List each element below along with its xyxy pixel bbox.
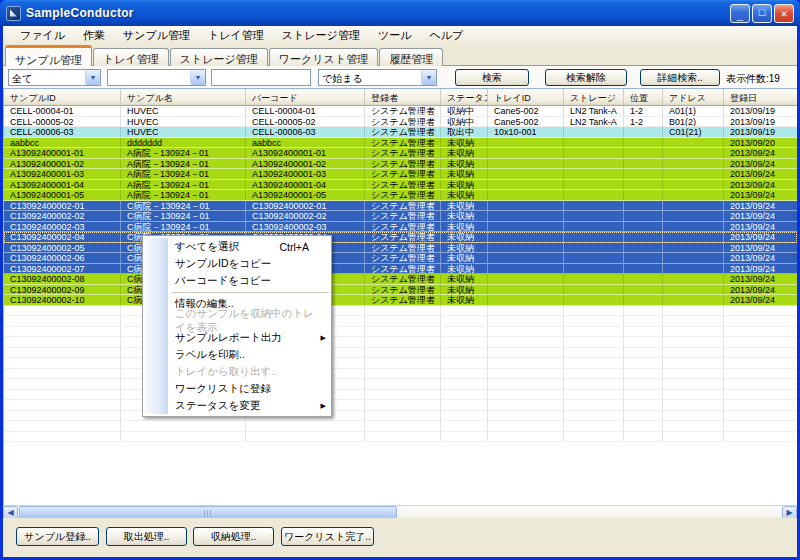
tab-storage-mgmt[interactable]: ストレージ管理 <box>170 48 268 66</box>
tab-tray-mgmt[interactable]: トレイ管理 <box>93 48 169 66</box>
filter-field-combobox[interactable]: 全て ▼ <box>8 69 101 86</box>
tab-worklist-mgmt[interactable]: ワークリスト管理 <box>269 48 378 66</box>
table-cell <box>441 400 488 410</box>
column-header-9[interactable]: 登録日 <box>724 89 797 105</box>
table-row[interactable]: CELL-00004-01HUVECCELL-00004-01システム管理者収納… <box>4 106 797 117</box>
table-row[interactable]: CELL-00005-02HUVECCELL-00005-02システム管理者収納… <box>4 117 797 128</box>
menu-sample-mgmt[interactable]: サンプル管理 <box>114 26 199 45</box>
column-header-8[interactable]: アドレス <box>663 89 724 105</box>
table-cell <box>663 358 724 368</box>
table-row[interactable]: C13092400002-10C病院－130924－01C13092400002… <box>4 295 797 306</box>
menu-bar: ファイル作業サンプル管理トレイ管理ストレージ管理ツールヘルプ <box>3 26 797 45</box>
table-row[interactable]: A13092400001-02A病院－130924－01A13092400001… <box>4 159 797 170</box>
table-cell <box>564 337 624 347</box>
table-cell <box>663 411 724 421</box>
table-row[interactable]: A13092400001-03A病院－130924－01A13092400001… <box>4 169 797 180</box>
context-menu-item-print-label[interactable]: ラベルを印刷.. <box>143 346 331 363</box>
column-header-7[interactable]: 位置 <box>624 89 663 105</box>
table-cell <box>365 432 441 442</box>
context-menu-item-label: ワークリストに登録 <box>175 382 271 396</box>
table-cell <box>488 316 564 326</box>
table-cell: 2013/09/24 <box>724 148 797 158</box>
filter-keyword-input[interactable] <box>211 69 311 86</box>
table-cell <box>724 411 797 421</box>
store-process-button[interactable]: 収納処理.. <box>193 527 274 546</box>
context-menu-item-register-worklist[interactable]: ワークリストに登録 <box>143 380 331 397</box>
table-row[interactable]: C13092400002-01C病院－130924－01C13092400002… <box>4 201 797 212</box>
maximize-button[interactable]: □ <box>752 4 772 23</box>
column-header-5[interactable]: トレイID <box>488 89 564 105</box>
context-menu-item-copy-barcode[interactable]: バーコードをコピー <box>143 272 331 289</box>
table-cell <box>564 264 624 274</box>
context-menu-item-sample-report-output[interactable]: サンプルレポート出力▶ <box>143 329 331 346</box>
table-row[interactable]: A13092400001-04A病院－130924－01A13092400001… <box>4 180 797 191</box>
chevron-down-icon[interactable]: ▼ <box>421 70 436 85</box>
chevron-down-icon[interactable]: ▼ <box>85 70 100 85</box>
table-cell <box>564 180 624 190</box>
table-row[interactable]: C13092400002-03C病院－130924－01C13092400002… <box>4 222 797 233</box>
table-row[interactable]: C13092400002-02C病院－130924－01C13092400002… <box>4 211 797 222</box>
worklist-complete-button[interactable]: ワークリスト完了.. <box>281 527 374 546</box>
tab-sample-mgmt[interactable]: サンプル管理 <box>5 45 92 66</box>
empty-table-row <box>4 358 797 369</box>
table-cell: 10x10-001 <box>488 127 564 137</box>
clear-search-button[interactable]: 検索解除 <box>545 69 627 86</box>
table-cell: 2013/09/24 <box>724 232 797 242</box>
menu-storage-mgmt[interactable]: ストレージ管理 <box>273 26 369 45</box>
column-header-1[interactable]: サンプル名 <box>121 89 246 105</box>
close-button[interactable]: ✕ <box>774 4 794 23</box>
menu-file[interactable]: ファイル <box>11 26 74 45</box>
table-cell: 2013/09/24 <box>724 243 797 253</box>
table-row[interactable]: C13092400002-08C病院－130924－01C13092400002… <box>4 274 797 285</box>
column-header-6[interactable]: ストレージ <box>564 89 624 105</box>
app-icon <box>6 6 21 21</box>
menu-work[interactable]: 作業 <box>74 26 114 45</box>
table-cell <box>564 432 624 442</box>
menu-help[interactable]: ヘルプ <box>420 26 472 45</box>
table-row[interactable]: C13092400002-07C病院－130924－01C13092400002… <box>4 264 797 275</box>
column-header-3[interactable]: 登録者 <box>365 89 441 105</box>
table-cell <box>488 201 564 211</box>
table-row[interactable]: C13092400002-06C病院－130924－01C13092400002… <box>4 253 797 264</box>
column-header-2[interactable]: バーコード <box>246 89 365 105</box>
table-row[interactable]: C13092400002-05C病院－130924－01C13092400002… <box>4 243 797 254</box>
title-bar[interactable]: SampleConductor _ □ ✕ <box>0 0 800 26</box>
table-row[interactable]: CELL-00006-03HUVECCELL-00006-03システム管理者取出… <box>4 127 797 138</box>
table-row[interactable]: C13092400002-04C病院－130924－01C13092400002… <box>4 232 797 243</box>
table-cell: aabbcc <box>4 138 121 148</box>
table-cell <box>663 274 724 284</box>
table-cell <box>724 316 797 326</box>
context-menu-item-select-all[interactable]: すべてを選択Ctrl+A <box>143 238 331 255</box>
table-cell: システム管理者 <box>365 295 441 305</box>
table-cell <box>4 348 121 358</box>
tab-history-mgmt[interactable]: 履歴管理 <box>379 48 443 66</box>
table-row[interactable]: aabbccdddddddaabbccシステム管理者未収納2013/09/20 <box>4 138 797 149</box>
context-menu-item-copy-sample-id[interactable]: サンプルIDをコピー <box>143 255 331 272</box>
menu-tools[interactable]: ツール <box>369 26 421 45</box>
horizontal-scrollbar[interactable]: ◀ ▶ <box>3 505 797 518</box>
sample-register-button[interactable]: サンプル登録.. <box>16 527 99 546</box>
table-cell <box>365 421 441 431</box>
context-menu-item-change-status[interactable]: ステータスを変更▶ <box>143 397 331 414</box>
minimize-button[interactable]: _ <box>730 4 750 23</box>
table-cell <box>488 274 564 284</box>
retrieve-process-button[interactable]: 取出処理.. <box>106 527 187 546</box>
context-menu-item-label: ラベルを印刷.. <box>175 348 245 362</box>
column-header-4[interactable]: ステータス <box>441 89 488 105</box>
table-cell: 2013/09/19 <box>724 106 797 116</box>
search-button[interactable]: 検索 <box>455 69 529 86</box>
advanced-search-button[interactable]: 詳細検索.. <box>640 69 720 86</box>
filter-match-combobox[interactable]: で始まる ▼ <box>318 69 437 86</box>
table-cell <box>365 327 441 337</box>
filter-value-combobox[interactable]: ▼ <box>107 69 206 86</box>
table-cell <box>663 327 724 337</box>
table-cell <box>624 421 663 431</box>
minimize-icon: _ <box>737 11 744 23</box>
column-header-0[interactable]: サンプルID <box>4 89 121 105</box>
menu-tray-mgmt[interactable]: トレイ管理 <box>199 26 273 45</box>
chevron-down-icon[interactable]: ▼ <box>190 70 205 85</box>
table-row[interactable]: A13092400001-01A病院－130924－01A13092400001… <box>4 148 797 159</box>
table-row[interactable]: A13092400001-05A病院－130924－01A13092400001… <box>4 190 797 201</box>
table-cell <box>724 337 797 347</box>
table-row[interactable]: C13092400002-09C病院－130924－01C13092400002… <box>4 285 797 296</box>
